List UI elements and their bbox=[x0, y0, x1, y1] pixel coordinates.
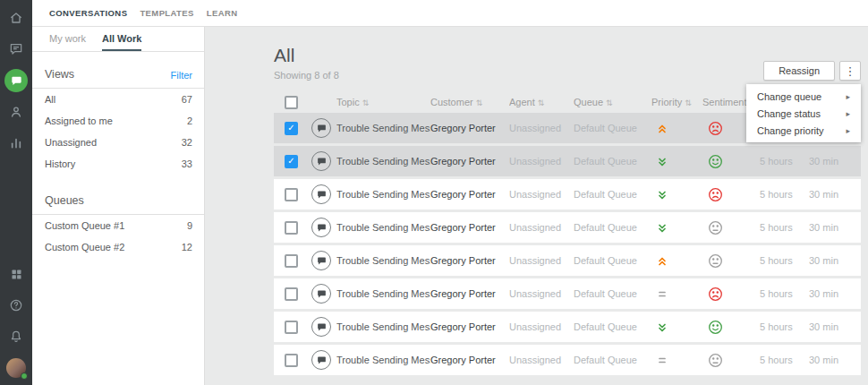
home-icon[interactable] bbox=[4, 6, 28, 30]
view-history[interactable]: History 33 bbox=[32, 153, 204, 175]
topic-cell: Trouble Sending Messages bbox=[336, 321, 430, 332]
agent-cell: Unassigned bbox=[509, 321, 574, 332]
wait-time-cell: 5 hours bbox=[760, 288, 809, 299]
customer-cell: Gregory Porter bbox=[430, 156, 509, 167]
queue-cell: Default Queue bbox=[574, 321, 651, 332]
queue-custom-queue-1[interactable]: Custom Queue #1 9 bbox=[32, 215, 204, 236]
queue-count: 12 bbox=[182, 242, 192, 252]
conversation-row[interactable]: Trouble Sending Messages Gregory Porter … bbox=[274, 212, 861, 243]
conversation-type-icon bbox=[311, 218, 331, 237]
nav-learn[interactable]: LEARN bbox=[207, 8, 238, 18]
priority-high-icon bbox=[651, 255, 702, 267]
column-header-queue[interactable]: Queue ⇅ bbox=[574, 97, 651, 107]
customer-cell: Gregory Porter bbox=[430, 321, 509, 332]
customer-cell: Gregory Porter bbox=[430, 288, 509, 299]
row-checkbox[interactable] bbox=[285, 254, 298, 268]
title-block: All Showing 8 of 8 bbox=[274, 45, 339, 81]
conversation-row[interactable]: Trouble Sending Messages Gregory Porter … bbox=[274, 278, 861, 309]
queue-cell: Default Queue bbox=[574, 355, 651, 365]
handle-time-cell: 30 min bbox=[809, 288, 861, 299]
view-assigned-to-me[interactable]: Assigned to me 2 bbox=[32, 110, 204, 132]
row-checkbox[interactable]: ✓ bbox=[285, 155, 298, 168]
menu-item-change-status[interactable]: Change status ▸ bbox=[746, 105, 861, 122]
views-list: All 67 Assigned to me 2 Unassigned 32 Hi… bbox=[32, 89, 204, 175]
agent-cell: Unassigned bbox=[509, 189, 574, 200]
conversations-table-body: ✓ Trouble Sending Messages Gregory Porte… bbox=[274, 113, 861, 375]
more-actions-button[interactable]: ⋮ bbox=[839, 61, 861, 81]
conversation-row[interactable]: Trouble Sending Messages Gregory Porter … bbox=[274, 312, 861, 342]
bulk-actions-toolbar: Reassign ⋮ Change queue ▸ Change status … bbox=[763, 61, 861, 81]
view-count: 67 bbox=[182, 94, 192, 105]
queue-cell: Default Queue bbox=[574, 255, 651, 266]
sort-icon: ⇅ bbox=[538, 98, 545, 107]
view-label: All bbox=[45, 94, 55, 105]
conversation-type-icon bbox=[311, 317, 331, 337]
customer-cell: Gregory Porter bbox=[430, 222, 509, 233]
topic-cell: Trouble Sending Messages bbox=[336, 255, 430, 266]
queue-cell: Default Queue bbox=[574, 189, 651, 200]
conversation-row[interactable]: Trouble Sending Messages Gregory Porter … bbox=[274, 345, 861, 375]
help-icon[interactable] bbox=[4, 294, 28, 317]
contacts-icon[interactable] bbox=[4, 100, 28, 124]
view-all[interactable]: All 67 bbox=[32, 89, 204, 110]
sort-icon: ⇅ bbox=[685, 98, 692, 107]
notifications-icon[interactable] bbox=[4, 325, 28, 348]
submenu-arrow-icon: ▸ bbox=[846, 109, 850, 118]
templates-icon[interactable] bbox=[4, 38, 28, 61]
topic-cell: Trouble Sending Messages bbox=[336, 123, 430, 133]
queue-cell: Default Queue bbox=[574, 123, 651, 133]
row-checkbox[interactable] bbox=[285, 354, 298, 367]
view-unassigned[interactable]: Unassigned 32 bbox=[32, 132, 204, 153]
view-label: Unassigned bbox=[45, 137, 97, 148]
reassign-button[interactable]: Reassign bbox=[763, 61, 835, 81]
app-shell: CONVERSATIONSTEMPLATESLEARN My workAll W… bbox=[32, 0, 868, 385]
topic-cell: Trouble Sending Messages bbox=[336, 189, 430, 200]
sentiment-neutral-icon bbox=[702, 253, 760, 269]
app-root: CONVERSATIONSTEMPLATESLEARN My workAll W… bbox=[0, 0, 868, 385]
nav-conversations[interactable]: CONVERSATIONS bbox=[49, 8, 127, 18]
apps-icon[interactable] bbox=[4, 262, 28, 286]
topic-cell: Trouble Sending Messages bbox=[336, 288, 430, 299]
column-header-topic[interactable]: Topic ⇅ bbox=[336, 97, 430, 107]
customer-cell: Gregory Porter bbox=[430, 255, 509, 266]
conversation-row[interactable]: Trouble Sending Messages Gregory Porter … bbox=[274, 245, 861, 276]
row-checkbox[interactable] bbox=[285, 188, 298, 201]
row-checkbox[interactable] bbox=[285, 287, 298, 301]
bulk-actions-menu: Change queue ▸ Change status ▸ Change pr… bbox=[746, 84, 861, 142]
conversations-icon[interactable] bbox=[4, 69, 28, 92]
queue-label: Custom Queue #2 bbox=[45, 242, 124, 252]
queue-custom-queue-2[interactable]: Custom Queue #2 12 bbox=[32, 236, 204, 258]
row-checkbox[interactable] bbox=[285, 221, 298, 235]
column-header-priority[interactable]: Priority ⇅ bbox=[651, 97, 702, 107]
select-all-checkbox[interactable] bbox=[285, 96, 298, 109]
column-header-customer[interactable]: Customer ⇅ bbox=[430, 97, 509, 107]
row-checkbox[interactable] bbox=[285, 321, 298, 334]
wait-time-cell: 5 hours bbox=[760, 255, 809, 266]
conversation-type-icon bbox=[311, 184, 331, 204]
page-title: All bbox=[274, 45, 339, 66]
tab-my-work[interactable]: My work bbox=[49, 27, 86, 51]
user-avatar[interactable] bbox=[4, 356, 28, 380]
view-count: 32 bbox=[182, 137, 192, 148]
sentiment-positive-icon bbox=[702, 154, 760, 169]
conversation-row[interactable]: Trouble Sending Messages Gregory Porter … bbox=[274, 179, 861, 210]
menu-item-change-queue[interactable]: Change queue ▸ bbox=[746, 88, 861, 105]
sort-icon: ⇅ bbox=[606, 98, 613, 107]
agent-cell: Unassigned bbox=[509, 156, 574, 167]
column-header-agent[interactable]: Agent ⇅ bbox=[509, 97, 574, 107]
agent-cell: Unassigned bbox=[509, 255, 574, 266]
handle-time-cell: 30 min bbox=[809, 321, 861, 332]
menu-item-change-priority[interactable]: Change priority ▸ bbox=[746, 122, 861, 139]
nav-templates[interactable]: TEMPLATES bbox=[140, 8, 193, 18]
conversation-row[interactable]: ✓ Trouble Sending Messages Gregory Porte… bbox=[274, 146, 861, 176]
priority-low-icon bbox=[651, 222, 702, 234]
handle-time-cell: 30 min bbox=[809, 255, 861, 266]
priority-none-icon bbox=[651, 355, 702, 366]
sentiment-negative-icon bbox=[702, 287, 760, 302]
tab-all-work[interactable]: All Work bbox=[102, 27, 141, 51]
filter-link[interactable]: Filter bbox=[171, 70, 192, 81]
insights-icon[interactable] bbox=[4, 132, 28, 155]
views-sidebar: My workAll Work Views Filter All 67 Assi… bbox=[32, 27, 205, 385]
row-checkbox[interactable]: ✓ bbox=[285, 122, 298, 135]
page-header: All Showing 8 of 8 Reassign ⋮ Change que… bbox=[274, 45, 861, 81]
